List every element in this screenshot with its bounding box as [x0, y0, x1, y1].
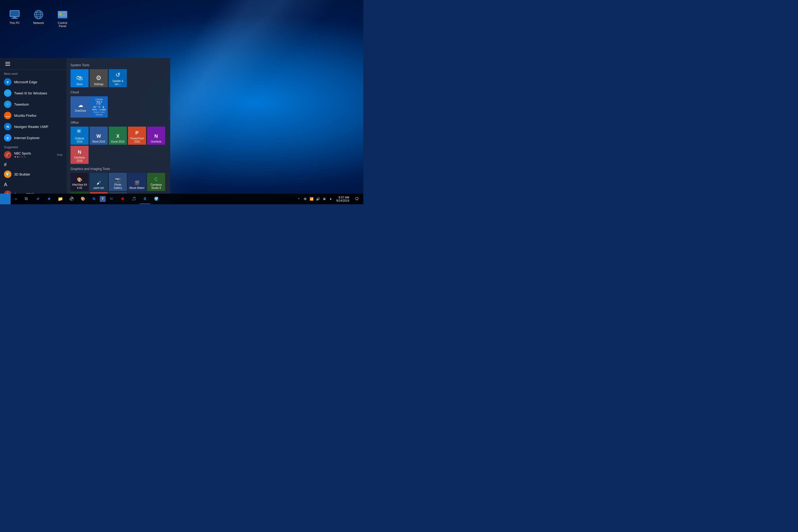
system-clock[interactable]: 9:57 AM 9/14/2016 [335, 196, 350, 202]
system-tools-tiles: 🛍 Store ⚙ Settings ↺ Update & sec... [71, 69, 166, 87]
3dbuilder-icon: 🧊 [4, 171, 12, 178]
start-button[interactable] [0, 194, 11, 204]
edge-icon: e [4, 78, 12, 86]
hamburger-button[interactable] [4, 61, 12, 67]
taskbar-media-player[interactable]: 🎵 [129, 194, 139, 204]
tile-powerpoint[interactable]: P PowerPoint 2016 [128, 127, 146, 145]
tile-word[interactable]: W Word 2016 [90, 127, 108, 145]
taskbar-ie[interactable]: e [44, 194, 55, 204]
taskbar-edge[interactable]: e [33, 194, 43, 204]
taskbar-nextgen[interactable]: N [89, 194, 99, 204]
tile-paintnet[interactable]: 🖌 paint.net [90, 173, 108, 191]
start-app-ie[interactable]: e Internet Explorer [0, 132, 66, 144]
desktop-icon-control-panel[interactable]: Control Panel [53, 8, 72, 29]
notification-button[interactable]: 🗨 [353, 194, 361, 204]
graphics-tiles: 🎨 IrfanView 64 4.42 🖌 paint.net 📷 Photo … [71, 173, 166, 194]
weather-tile-left: ☁ OneDrive [71, 96, 91, 118]
taskbar-file-explorer[interactable]: 📁 [55, 194, 66, 204]
svg-point-13 [62, 13, 64, 15]
tray-chevron[interactable]: ^ [297, 197, 301, 201]
start-app-tweetit[interactable]: 🐦 Tweet It! for Windows [0, 88, 66, 99]
start-menu-tiles-panel: System Tools 🛍 Store ⚙ Settings ↺ Update… [66, 58, 170, 194]
svg-rect-15 [59, 17, 66, 18]
desktop: This PC Network [0, 0, 363, 204]
start-app-3dbuilder[interactable]: 🧊 3D Builder [0, 169, 66, 180]
tile-irfanview[interactable]: 🎨 IrfanView 64 4.42 [71, 173, 89, 191]
section-title-office: Office [71, 121, 166, 125]
taskbar-apps: e e 📁 🎨 N f ✉ ⬟ 🎵 S 🌍 [32, 194, 294, 204]
tray-wifi[interactable]: 📶 [309, 197, 314, 201]
tray-volume[interactable]: 🔊 [316, 197, 320, 201]
tile-outlook[interactable]: O ≡ Outlook 2016 [71, 127, 89, 145]
start-menu-top-bar [0, 58, 66, 70]
ie-icon: e [4, 134, 12, 141]
tile-store[interactable]: 🛍 Store [71, 69, 89, 87]
search-button[interactable]: ○ [11, 194, 21, 204]
taskbar-paint[interactable]: 🎨 [77, 194, 88, 204]
desktop-icons-container: This PC Network [3, 5, 75, 32]
control-panel-label: Control Panel [55, 21, 71, 28]
settings-tile-icon: ⚙ [96, 74, 101, 82]
tile-moviemaker[interactable]: 🎬 Movie Maker [128, 173, 146, 191]
start-app-firefox[interactable]: 🦊 Mozilla Firefox [0, 110, 66, 121]
office-tiles: O ≡ Outlook 2016 W Word 2016 X Excel 201… [71, 127, 166, 164]
taskbar-mail[interactable]: ✉ [106, 194, 117, 204]
tile-camtasia8[interactable]: C Camtasia Studio 8 [147, 173, 165, 191]
section-title-cloud: Cloud [71, 91, 166, 94]
svg-point-9 [34, 11, 43, 19]
start-app-tweetium[interactable]: 🐦 Tweetium [0, 99, 66, 110]
svg-rect-2 [13, 17, 16, 18]
start-menu: Most used e Microsoft Edge 🐦 Tweet It! f… [0, 58, 170, 194]
tile-camtasiar8[interactable]: C Camtasia Recorder 8 [71, 192, 89, 194]
taskbar-chrome[interactable] [66, 194, 77, 204]
tile-settings[interactable]: ⚙ Settings [90, 69, 108, 87]
tweetium-icon: 🐦 [4, 100, 12, 108]
desktop-icon-network[interactable]: Network [29, 8, 48, 29]
nextgen-icon: N [4, 123, 12, 130]
nbcsports-icon: 🏈 [4, 151, 12, 158]
tweetit-icon: 🐦 [4, 89, 12, 97]
svg-text:≡: ≡ [79, 130, 81, 132]
access-icon: A [4, 190, 12, 194]
desktop-icon-this-pc[interactable]: This PC [5, 8, 24, 29]
most-used-label: Most used [0, 70, 66, 76]
this-pc-icon [9, 9, 20, 20]
alpha-header-hash: # [0, 160, 66, 169]
taskbar-browser2[interactable]: 🌍 [151, 194, 162, 204]
tile-onenote[interactable]: N OneNote [147, 127, 165, 145]
start-menu-left-panel: Most used e Microsoft Edge 🐦 Tweet It! f… [0, 58, 66, 194]
svg-point-14 [64, 13, 66, 15]
taskbar-lastpass[interactable]: ⬟ [117, 194, 128, 204]
start-app-edge[interactable]: e Microsoft Edge [0, 76, 66, 88]
tray-download[interactable]: ⬇ [328, 197, 333, 201]
taskbar-facebook[interactable]: f [100, 196, 106, 202]
tile-excel[interactable]: X Excel 2016 [109, 127, 127, 145]
tray-display[interactable]: 🖥 [322, 197, 326, 201]
windows-logo-icon [3, 197, 7, 201]
start-app-nbcsports[interactable]: 🏈 NBC Sports ★★☆☆☆ Free [0, 150, 66, 160]
tile-onedrive[interactable]: ☁ OneDrive Cloudy 75° 86° 71° 💧 90% ↑ 4 … [71, 96, 108, 118]
weather-tooltip: ☁ Cloudy 🔗 Link 86° 71° 💧 90% ↑ 4 Mph Gr… [169, 94, 170, 120]
section-title-graphics: Graphics and Imaging Tools [71, 167, 166, 171]
this-pc-label: This PC [9, 21, 20, 24]
tile-photogallery[interactable]: 📷 Photo Gallery [109, 173, 127, 191]
svg-rect-1 [11, 11, 19, 16]
tray-settings[interactable]: ⚙ [303, 197, 307, 201]
svg-point-12 [59, 13, 61, 15]
tile-snagit13[interactable]: S Snagit 13 [90, 192, 108, 194]
network-label: Network [33, 21, 44, 24]
section-title-system-tools: System Tools [71, 63, 166, 67]
tile-snagite13[interactable]: S Snagit 13 Editor [109, 192, 127, 194]
taskbar-skype[interactable]: S [140, 194, 150, 204]
tile-onenote2016[interactable]: N OneNote 2016 [71, 146, 89, 164]
suggested-label: Suggested [0, 144, 66, 150]
control-panel-icon [57, 9, 68, 20]
start-app-access2016[interactable]: A Access 2016 [0, 189, 66, 194]
svg-rect-3 [12, 18, 18, 19]
network-icon [33, 9, 44, 20]
store-tile-icon: 🛍 [76, 74, 83, 82]
start-app-nextgen[interactable]: N Nextgen Reader UWP [0, 121, 66, 132]
firefox-icon: 🦊 [4, 112, 12, 119]
tile-update[interactable]: ↺ Update & sec... [109, 69, 127, 87]
task-view-button[interactable]: ⧉ [21, 194, 32, 204]
